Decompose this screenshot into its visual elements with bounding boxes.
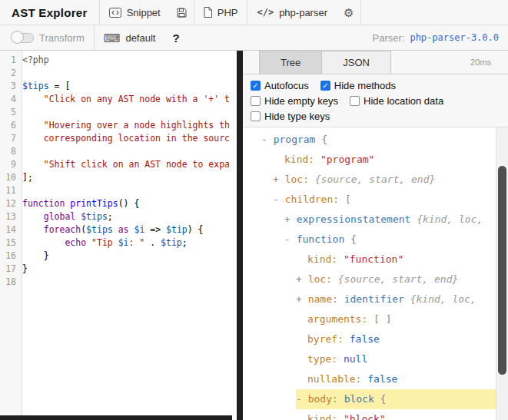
tree-scrollbar[interactable]: [496, 127, 508, 420]
code-token: [22, 237, 65, 248]
code-token: $i: [118, 237, 129, 248]
help-button[interactable]: ?: [164, 31, 187, 45]
expander-icon[interactable]: -: [261, 134, 274, 145]
line-number: 7: [0, 132, 22, 145]
checkbox-icon[interactable]: [251, 111, 261, 121]
line-number: 17: [0, 263, 22, 276]
tree-token: block: [344, 393, 380, 405]
tree-row-content: type: null: [307, 349, 496, 369]
expander-icon[interactable]: -: [296, 393, 308, 405]
toggle-knob[interactable]: [11, 31, 24, 44]
expander-icon[interactable]: +: [273, 174, 285, 185]
parser-button[interactable]: </> php-parser: [247, 0, 337, 25]
parser-settings-button[interactable]: ⚙: [337, 0, 360, 25]
expander-icon[interactable]: -: [273, 193, 285, 205]
code-token: $tips: [86, 224, 113, 235]
option-hide-methods[interactable]: ✓Hide methods: [320, 80, 396, 91]
tree-token: [: [345, 193, 351, 205]
code-line-text: <?php: [22, 54, 237, 67]
code-line: 14 foreach($tips as $i => $tip) {: [0, 223, 237, 236]
tree-scrollbar-thumb[interactable]: [498, 166, 506, 375]
transformer-button[interactable]: ⌨ default: [95, 25, 165, 50]
category-button[interactable]: PHP: [194, 0, 247, 25]
checkbox-icon[interactable]: [350, 96, 360, 106]
line-number: 4: [0, 93, 22, 106]
tab-tree[interactable]: Tree: [259, 51, 322, 74]
tree-row[interactable]: - children: [: [255, 190, 496, 210]
checkbox-icon[interactable]: [251, 96, 261, 106]
code-line-text: echo "Tip $i: " . $tip;: [22, 236, 237, 250]
code-token: "Hovering over a node highlights th: [44, 120, 230, 131]
file-icon: [204, 7, 212, 18]
code-line-text: "Click on any AST node with a '+' t: [22, 93, 237, 106]
tree-token: name:: [308, 293, 344, 305]
code-line-text: [22, 145, 237, 158]
code-token: <?php: [22, 55, 49, 65]
parser-name-label: php-parser: [279, 7, 327, 18]
code-line: 15 echo "Tip $i: " . $tip;: [0, 236, 237, 250]
save-button[interactable]: [170, 0, 194, 25]
code-token: $i: [134, 224, 144, 235]
code-line-text: [22, 276, 237, 289]
expander-icon[interactable]: +: [296, 273, 308, 285]
code-token: $tips: [81, 211, 108, 222]
code-line: 9 "Shift click on an AST node to expa: [0, 158, 237, 171]
tree-row-content: kind: "program": [284, 150, 496, 170]
transform-toggle[interactable]: Transform: [0, 25, 94, 50]
checkbox-icon[interactable]: ✓: [320, 81, 330, 91]
tree-row[interactable]: + expressionstatement {kind, loc,: [255, 210, 496, 230]
option-hide-empty-keys[interactable]: Hide empty keys: [251, 95, 338, 107]
tree-row[interactable]: byref: false: [255, 329, 496, 349]
tree-row[interactable]: type: null: [255, 349, 496, 369]
code-line-text: corresponding location in the sourc: [22, 132, 237, 145]
tab-json[interactable]: JSON: [322, 51, 391, 74]
horizontal-scrollbar[interactable]: [0, 415, 232, 420]
option-hide-location-data[interactable]: Hide location data: [350, 95, 443, 107]
tree-token: body:: [308, 393, 344, 405]
code-token: }: [22, 263, 28, 274]
tree-token: false: [350, 333, 380, 345]
tree-row-content: - children: [: [273, 190, 496, 210]
toggle-switch-icon[interactable]: [12, 33, 34, 43]
code-token: : ": [129, 237, 145, 248]
tree-row[interactable]: - program {: [255, 130, 496, 150]
code-token: [22, 224, 44, 235]
line-number: 12: [0, 197, 22, 210]
tree-row[interactable]: - body: block {: [255, 389, 496, 409]
tree-row[interactable]: + name: identifier {kind, loc,: [255, 289, 496, 309]
tree-row-content: + name: identifier {kind, loc,: [296, 289, 496, 309]
code-token: foreach: [44, 224, 81, 235]
code-token: "Click on any AST node with a '+' t: [44, 94, 230, 104]
options-row: Hide empty keysHide location data: [251, 93, 500, 108]
code-editor[interactable]: 1<?php23$tips = [4 "Click on any AST nod…: [0, 51, 237, 420]
tree-row[interactable]: kind: "program": [255, 150, 496, 170]
code-token: ;: [108, 211, 113, 222]
editor-vertical-scrollbar[interactable]: [237, 51, 243, 420]
expander-icon[interactable]: +: [284, 213, 297, 225]
code-area[interactable]: 1<?php23$tips = [4 "Click on any AST nod…: [0, 54, 237, 289]
tree-row[interactable]: nullable: false: [255, 369, 496, 389]
option-autofocus[interactable]: ✓Autofocus: [251, 80, 309, 91]
expander-icon[interactable]: -: [284, 233, 297, 245]
code-line-text: $tips = [: [22, 80, 237, 93]
tree-token: expressionstatement: [297, 213, 417, 225]
tree-row[interactable]: - function {: [255, 230, 496, 250]
tree-row[interactable]: kind: "function": [255, 250, 496, 270]
expander-icon[interactable]: +: [296, 293, 308, 305]
option-hide-type-keys[interactable]: Hide type keys: [251, 111, 330, 122]
code-line-text: foreach($tips as $i => $tip) {: [22, 223, 237, 236]
parse-time-badge: 20ms: [470, 58, 508, 67]
code-token: printTips: [70, 198, 118, 209]
ast-explorer-app: AST Explorer Snippet PHP </> php-parser …: [0, 0, 508, 420]
line-number: 3: [0, 80, 22, 93]
parser-version-link[interactable]: php-parser-3.0.0: [410, 32, 499, 43]
tree-row[interactable]: kind: "block": [255, 409, 496, 420]
top-header: AST Explorer Snippet PHP </> php-parser …: [0, 0, 508, 25]
code-line: 12function printTips() {: [0, 197, 237, 210]
snippet-button[interactable]: Snippet: [100, 0, 170, 25]
tree-row[interactable]: + loc: {source, start, end}: [255, 270, 496, 289]
code-token: [22, 120, 44, 131]
tree-row[interactable]: arguments: [ ]: [255, 309, 496, 329]
checkbox-icon[interactable]: ✓: [251, 81, 261, 91]
tree-row[interactable]: + loc: {source, start, end}: [255, 170, 496, 190]
